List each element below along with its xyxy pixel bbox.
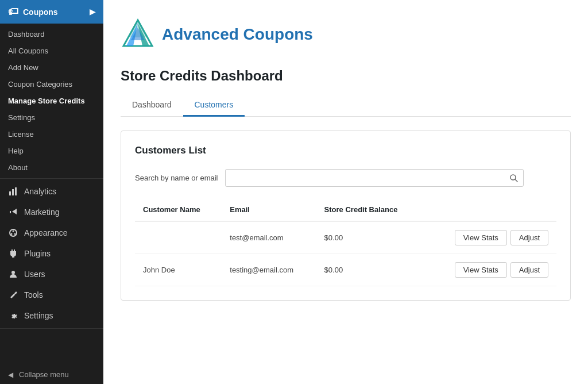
customer-email-cell: test@email.com [222,221,316,254]
search-label: Search by name or email [135,174,218,182]
sidebar-item-license[interactable]: License [0,126,103,143]
svg-rect-9 [12,256,14,258]
sidebar-item-manage-store-credits[interactable]: Manage Store Credits [0,93,103,109]
svg-point-6 [14,233,16,235]
col-header-balance: Store Credit Balance [316,198,423,221]
sidebar-brand-label: Coupons [23,7,58,17]
sidebar-brand[interactable]: 🏷 Coupons ▶ [0,0,103,24]
sidebar: 🏷 Coupons ▶ Dashboard All Coupons Add Ne… [0,0,103,384]
users-icon [8,269,18,279]
sidebar-item-settings-sub-label: Settings [8,113,35,122]
sidebar-item-license-label: License [8,130,34,139]
sidebar-item-coupon-categories-label: Coupon Categories [8,80,72,89]
table-row: test@email.com $0.00 View Stats Adjust [135,221,556,254]
sidebar-item-users-label: Users [24,270,45,279]
sidebar-item-help[interactable]: Help [0,143,103,159]
tabs-bar: Dashboard Customers [121,94,571,117]
col-header-actions [422,198,556,221]
customer-name-cell [135,221,222,254]
sidebar-item-analytics[interactable]: Analytics [0,181,103,202]
sidebar-item-marketing-label: Marketing [24,208,59,217]
svg-rect-0 [9,191,11,195]
tab-customers[interactable]: Customers [183,94,245,117]
sidebar-item-add-new[interactable]: Add New [0,59,103,76]
sidebar-item-users[interactable]: Users [0,264,103,285]
customer-actions-cell: View Stats Adjust [422,254,556,286]
advanced-coupons-logo [121,17,155,52]
search-button[interactable] [504,169,524,187]
tab-dashboard[interactable]: Dashboard [121,94,183,117]
customer-balance-cell: $0.00 [316,221,423,254]
settings-icon [8,310,18,321]
view-stats-button-1[interactable]: View Stats [455,262,507,278]
customers-list-title: Customers List [135,145,556,156]
coupons-brand-icon: 🏷 [8,6,18,18]
sidebar-main-section: Analytics Marketing Appearance Plugins U… [0,179,103,329]
sidebar-item-analytics-label: Analytics [24,187,56,196]
customers-table: Customer Name Email Store Credit Balance… [135,198,556,286]
sidebar-collapse-button[interactable]: ◀ Collapse menu [0,365,103,384]
logo-area: Advanced Coupons [121,17,571,52]
sidebar-item-dashboard-label: Dashboard [8,30,45,39]
svg-point-4 [13,231,14,232]
sidebar-item-tools-label: Tools [24,290,43,299]
logo-text-after: Coupons [243,25,313,43]
svg-rect-1 [12,189,14,195]
main-content: Advanced Coupons Store Credits Dashboard… [103,0,588,384]
collapse-label: Collapse menu [19,370,69,379]
sidebar-collapse-arrow[interactable]: ▶ [90,7,95,16]
customer-actions-cell: View Stats Adjust [422,221,556,254]
sidebar-item-about[interactable]: About [0,159,103,176]
search-input[interactable] [225,169,524,187]
svg-point-10 [11,271,15,274]
sidebar-item-appearance-label: Appearance [24,228,68,237]
sidebar-item-settings-sub[interactable]: Settings [0,109,103,126]
adjust-button-0[interactable]: Adjust [510,230,548,245]
sidebar-item-dashboard[interactable]: Dashboard [0,26,103,43]
sidebar-item-coupon-categories[interactable]: Coupon Categories [0,76,103,93]
sidebar-item-marketing[interactable]: Marketing [0,202,103,222]
sidebar-item-help-label: Help [8,147,24,155]
sidebar-item-about-label: About [8,163,28,172]
svg-point-5 [11,233,13,235]
search-icon [509,174,519,183]
sidebar-item-appearance[interactable]: Appearance [0,222,103,243]
svg-rect-2 [15,187,17,195]
sidebar-item-add-new-label: Add New [8,63,38,72]
logo-text-before: Advanced [162,25,243,43]
sidebar-item-plugins[interactable]: Plugins [0,243,103,264]
page-title: Store Credits Dashboard [121,68,571,84]
plugins-icon [8,248,18,259]
search-row: Search by name or email [135,169,556,187]
sidebar-item-all-coupons-label: All Coupons [8,47,48,55]
tools-icon [8,290,18,300]
sidebar-item-tools[interactable]: Tools [0,285,103,305]
customer-balance-cell: $0.00 [316,254,423,286]
sidebar-item-all-coupons[interactable]: All Coupons [0,43,103,59]
appearance-icon [8,228,18,238]
sidebar-item-settings-main[interactable]: Settings [0,305,103,326]
col-header-email: Email [222,198,316,221]
collapse-arrow-icon: ◀ [8,371,13,379]
sidebar-item-settings-main-label: Settings [24,311,53,320]
customer-email-cell: testing@email.com [222,254,316,286]
sidebar-item-plugins-label: Plugins [24,249,51,258]
adjust-button-1[interactable]: Adjust [510,262,548,278]
sidebar-coupons-section: Dashboard All Coupons Add New Coupon Cat… [0,24,103,179]
table-row: John Doe testing@email.com $0.00 View St… [135,254,556,286]
analytics-icon [8,186,18,197]
customers-card: Customers List Search by name or email C… [121,130,571,301]
table-header-row: Customer Name Email Store Credit Balance [135,198,556,221]
customer-name-cell: John Doe [135,254,222,286]
sidebar-item-manage-store-credits-label: Manage Store Credits [8,97,85,105]
marketing-icon [8,207,18,217]
logo-text: Advanced Coupons [162,25,313,44]
search-input-wrap [225,169,524,187]
svg-line-17 [515,179,517,182]
col-header-name: Customer Name [135,198,222,221]
view-stats-button-0[interactable]: View Stats [455,230,507,245]
